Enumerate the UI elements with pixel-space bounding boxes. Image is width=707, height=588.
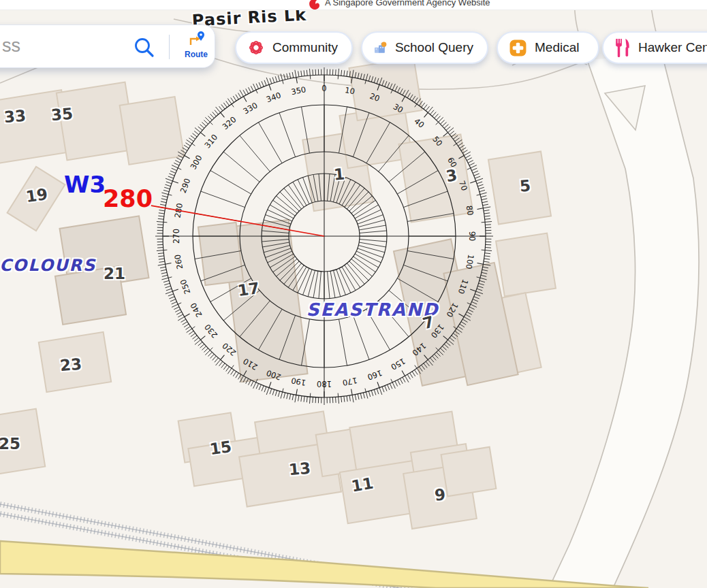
buildings-dark	[55, 216, 518, 385]
category-button-community[interactable]: Community	[235, 31, 353, 64]
map-canvas[interactable]	[0, 0, 707, 588]
route-icon	[187, 31, 206, 47]
category-button-label: Medical	[535, 40, 579, 55]
category-button-label: Community	[272, 40, 338, 55]
search-icon	[133, 36, 156, 59]
onemap-app: 0102030405060708090100110120130140150160…	[0, 0, 707, 588]
singapore-lion-icon	[308, 0, 321, 10]
search-input[interactable]: ss	[2, 35, 20, 56]
category-button-medical[interactable]: Medical	[497, 31, 599, 64]
category-button-school-query[interactable]: School Query	[361, 31, 488, 64]
hawker-cutlery-icon	[614, 38, 631, 57]
category-button-label: School Query	[395, 40, 473, 55]
category-button-hawker-centres[interactable]: Hawker Cen	[602, 31, 707, 64]
search-button[interactable]	[133, 36, 156, 59]
route-button-label: Route	[179, 50, 213, 59]
gov-banner: A Singapore Government Agency Website	[0, 0, 707, 10]
search-card: ss Route	[0, 24, 215, 68]
route-button[interactable]: Route	[179, 31, 213, 63]
category-button-label: Hawker Cen	[638, 40, 707, 55]
divider	[169, 35, 170, 59]
medical-cross-icon	[509, 39, 527, 57]
school-icon	[373, 39, 388, 57]
yellow-road	[0, 541, 648, 588]
main-road	[549, 54, 699, 588]
gov-banner-text: A Singapore Government Agency Website	[325, 0, 490, 7]
community-rings-icon	[247, 38, 265, 57]
